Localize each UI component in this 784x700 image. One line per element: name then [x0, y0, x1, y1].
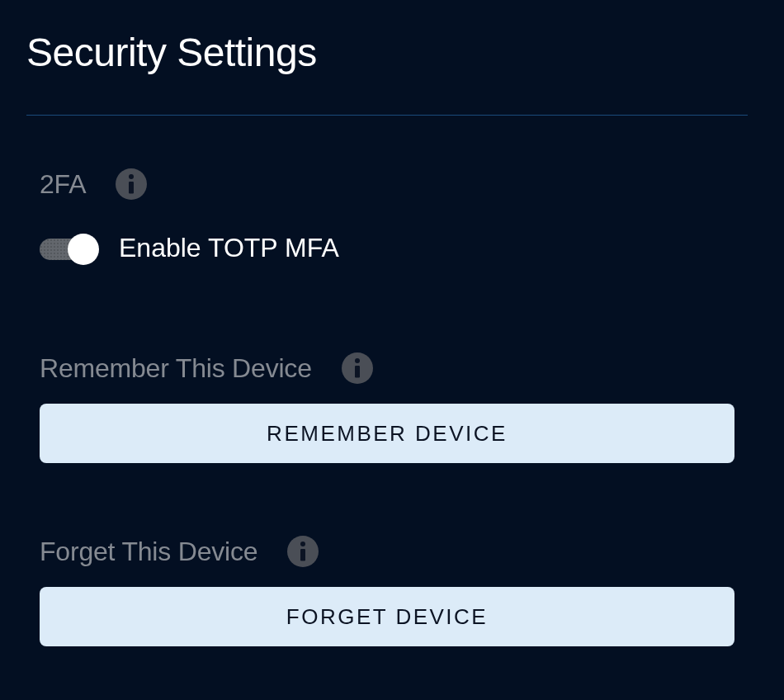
security-settings-panel: Security Settings 2FA Enable TOTP MFA Re…	[0, 0, 784, 676]
divider	[26, 115, 748, 116]
info-glyph	[352, 358, 362, 378]
info-icon[interactable]	[287, 536, 319, 567]
section-2fa-label: 2FA	[40, 169, 86, 200]
section-remember-header: Remember This Device	[40, 352, 758, 384]
section-remember-device: Remember This Device REMEMBER DEVICE	[26, 352, 758, 463]
svg-point-4	[300, 542, 305, 546]
toggle-enable-totp[interactable]	[40, 234, 99, 263]
info-icon[interactable]	[116, 168, 147, 200]
forget-button-row: FORGET DEVICE	[40, 587, 758, 646]
section-forget-header: Forget This Device	[40, 536, 758, 567]
svg-rect-5	[300, 549, 305, 560]
svg-rect-3	[355, 366, 360, 377]
toggle-enable-totp-label: Enable TOTP MFA	[119, 233, 339, 263]
remember-button-row: REMEMBER DEVICE	[40, 404, 758, 463]
section-2fa-header: 2FA	[40, 168, 758, 200]
page-title: Security Settings	[26, 30, 758, 75]
remember-device-button[interactable]: REMEMBER DEVICE	[40, 404, 734, 463]
section-remember-label: Remember This Device	[40, 353, 312, 384]
info-icon[interactable]	[342, 352, 373, 384]
info-glyph	[298, 542, 308, 561]
section-forget-label: Forget This Device	[40, 537, 257, 567]
info-glyph	[126, 174, 136, 194]
section-2fa: 2FA Enable TOTP MFA	[26, 168, 758, 263]
svg-point-2	[355, 358, 360, 363]
svg-point-0	[129, 174, 134, 179]
forget-device-button[interactable]: FORGET DEVICE	[40, 587, 734, 646]
section-forget-device: Forget This Device FORGET DEVICE	[26, 536, 758, 646]
switch-thumb	[68, 234, 99, 265]
toggle-enable-totp-row: Enable TOTP MFA	[40, 233, 758, 263]
svg-rect-1	[129, 182, 134, 193]
